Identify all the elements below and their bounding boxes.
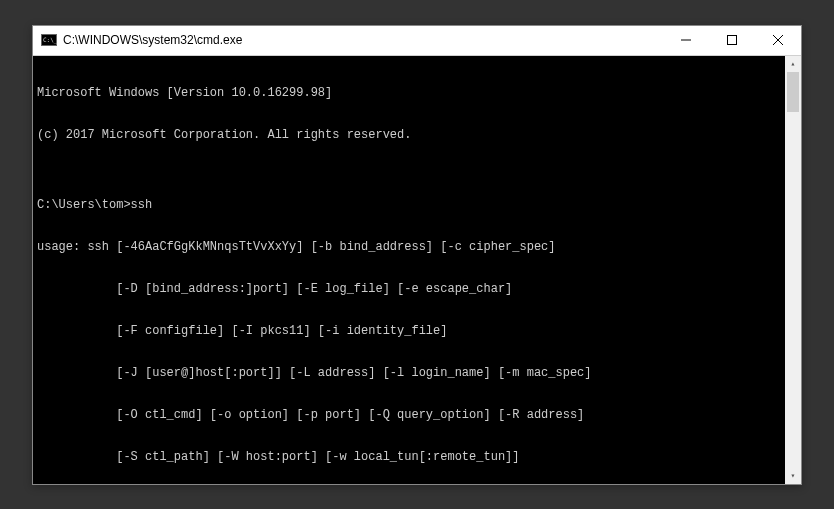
scroll-thumb[interactable] bbox=[787, 72, 799, 112]
svg-rect-1 bbox=[728, 36, 737, 45]
terminal-output[interactable]: Microsoft Windows [Version 10.0.16299.98… bbox=[33, 56, 801, 484]
cmd-icon bbox=[41, 34, 57, 46]
terminal-line: Microsoft Windows [Version 10.0.16299.98… bbox=[37, 86, 797, 100]
terminal-line: usage: ssh [-46AaCfGgKkMNnqsTtVvXxYy] [-… bbox=[37, 240, 797, 254]
scroll-down-button[interactable]: ▾ bbox=[785, 468, 801, 484]
cmd-window: C:\WINDOWS\system32\cmd.exe Microsoft Wi… bbox=[32, 25, 802, 485]
close-button[interactable] bbox=[755, 26, 801, 55]
terminal-line: C:\Users\tom>ssh bbox=[37, 198, 797, 212]
terminal-line: [-S ctl_path] [-W host:port] [-w local_t… bbox=[37, 450, 797, 464]
minimize-button[interactable] bbox=[663, 26, 709, 55]
terminal-line: [-J [user@]host[:port]] [-L address] [-l… bbox=[37, 366, 797, 380]
terminal-line: [-F configfile] [-I pkcs11] [-i identity… bbox=[37, 324, 797, 338]
titlebar[interactable]: C:\WINDOWS\system32\cmd.exe bbox=[33, 26, 801, 56]
vertical-scrollbar[interactable]: ▴ ▾ bbox=[785, 56, 801, 484]
scroll-up-button[interactable]: ▴ bbox=[785, 56, 801, 72]
window-controls bbox=[663, 26, 801, 55]
terminal-line: [-O ctl_cmd] [-o option] [-p port] [-Q q… bbox=[37, 408, 797, 422]
maximize-button[interactable] bbox=[709, 26, 755, 55]
terminal-line: (c) 2017 Microsoft Corporation. All righ… bbox=[37, 128, 797, 142]
window-title: C:\WINDOWS\system32\cmd.exe bbox=[63, 33, 663, 47]
terminal-line: [-D [bind_address:]port] [-E log_file] [… bbox=[37, 282, 797, 296]
